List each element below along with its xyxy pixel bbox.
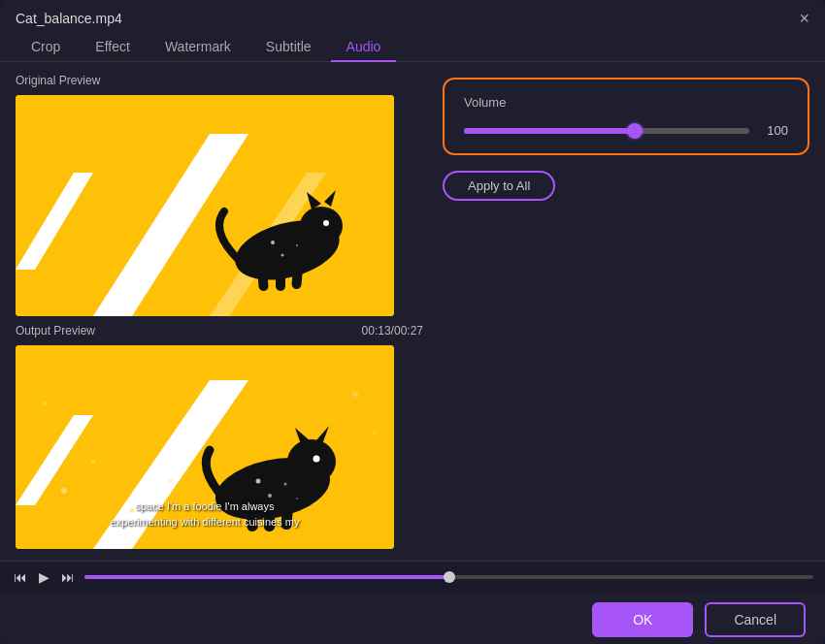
tab-watermark[interactable]: Watermark: [149, 33, 247, 62]
original-preview: [16, 95, 394, 316]
slider-track: [464, 128, 749, 134]
progress-thumb: [444, 571, 455, 583]
step-back-button[interactable]: ⏮: [12, 567, 29, 587]
svg-point-26: [287, 439, 336, 484]
play-button[interactable]: ▶: [37, 567, 51, 587]
slider-thumb: [627, 123, 643, 139]
subtitle-line1: space I'm a foodie I'm always: [136, 500, 275, 512]
output-preview: space I'm a foodie I'm always experiment…: [16, 345, 394, 549]
tab-crop[interactable]: Crop: [16, 33, 76, 62]
volume-value: 100: [761, 123, 788, 138]
tab-subtitle[interactable]: Subtitle: [250, 33, 327, 62]
cancel-button[interactable]: Cancel: [705, 602, 806, 637]
dialog-title: Cat_balance.mp4: [16, 11, 122, 26]
output-preview-label: Output Preview: [16, 324, 95, 338]
step-forward-button[interactable]: ⏭: [59, 567, 77, 587]
subtitle-overlay: space I'm a foodie I'm always experiment…: [16, 499, 394, 530]
svg-point-19: [91, 460, 95, 464]
svg-point-21: [169, 479, 173, 483]
volume-section: Volume 100: [443, 78, 809, 155]
svg-point-34: [268, 494, 272, 498]
svg-point-23: [352, 391, 358, 397]
close-button[interactable]: ×: [799, 10, 809, 27]
svg-point-13: [281, 254, 284, 257]
svg-point-12: [271, 241, 275, 244]
volume-slider-row: 100: [464, 123, 788, 138]
original-preview-label: Original Preview: [16, 74, 423, 87]
dialog-window: Cat_balance.mp4 × Crop Effect Watermark …: [0, 0, 825, 644]
svg-point-5: [300, 207, 343, 245]
output-preview-header: Output Preview 00:13/00:27: [16, 324, 423, 338]
right-panel: Volume 100 Apply to All: [443, 74, 809, 549]
main-content: Original Preview: [0, 62, 825, 561]
slider-fill: [464, 128, 635, 134]
svg-point-14: [296, 244, 298, 246]
svg-point-22: [43, 402, 47, 405]
progress-bar[interactable]: [84, 575, 813, 579]
subtitle-line2: experimenting with different cuisines my: [111, 516, 300, 528]
svg-point-24: [373, 431, 377, 435]
play-controls: ⏮ ▶ ⏭: [12, 567, 77, 587]
svg-point-32: [314, 456, 320, 463]
svg-point-18: [61, 488, 67, 494]
left-panel: Original Preview: [16, 74, 423, 549]
svg-rect-9: [276, 272, 285, 291]
volume-label: Volume: [464, 95, 788, 110]
tab-bar: Crop Effect Watermark Subtitle Audio: [0, 33, 825, 62]
progress-bar-fill: [84, 575, 449, 579]
tab-audio[interactable]: Audio: [331, 33, 397, 62]
apply-to-all-button[interactable]: Apply to All: [443, 171, 555, 201]
tab-effect[interactable]: Effect: [80, 33, 146, 62]
footer: OK Cancel: [0, 593, 825, 644]
volume-slider-wrapper: [464, 128, 749, 134]
ok-button[interactable]: OK: [592, 602, 693, 637]
time-display: 00:13/00:27: [362, 324, 423, 338]
svg-point-11: [323, 220, 329, 226]
svg-point-35: [284, 483, 287, 486]
playback-bar: ⏮ ▶ ⏭: [0, 561, 825, 593]
title-bar: Cat_balance.mp4 ×: [0, 0, 825, 33]
svg-point-33: [256, 479, 261, 484]
